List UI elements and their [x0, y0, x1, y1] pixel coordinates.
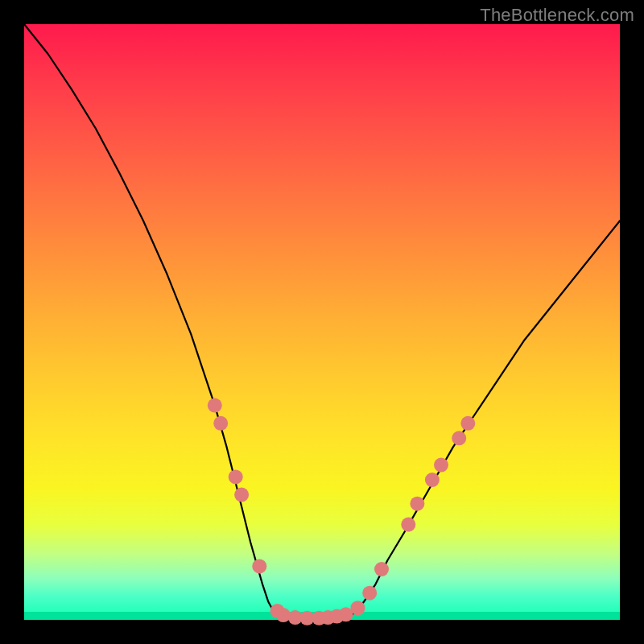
- data-marker: [401, 518, 415, 532]
- data-marker: [460, 416, 475, 431]
- data-marker: [350, 601, 365, 615]
- data-marker: [410, 497, 424, 511]
- data-marker: [252, 559, 266, 573]
- chart-overlay: [24, 24, 620, 620]
- data-marker: [229, 469, 243, 484]
- marker-layer: [208, 398, 476, 625]
- data-marker: [234, 488, 249, 502]
- data-marker: [276, 608, 291, 622]
- data-marker: [434, 458, 448, 473]
- data-marker: [452, 431, 466, 445]
- chart-frame: TheBottleneck.com: [0, 0, 644, 644]
- watermark-text: TheBottleneck.com: [480, 5, 634, 26]
- data-marker: [425, 473, 440, 487]
- bottleneck-curve: [24, 24, 620, 619]
- data-marker: [208, 398, 222, 413]
- data-marker: [374, 562, 389, 576]
- data-marker: [213, 416, 228, 431]
- data-marker: [362, 586, 377, 601]
